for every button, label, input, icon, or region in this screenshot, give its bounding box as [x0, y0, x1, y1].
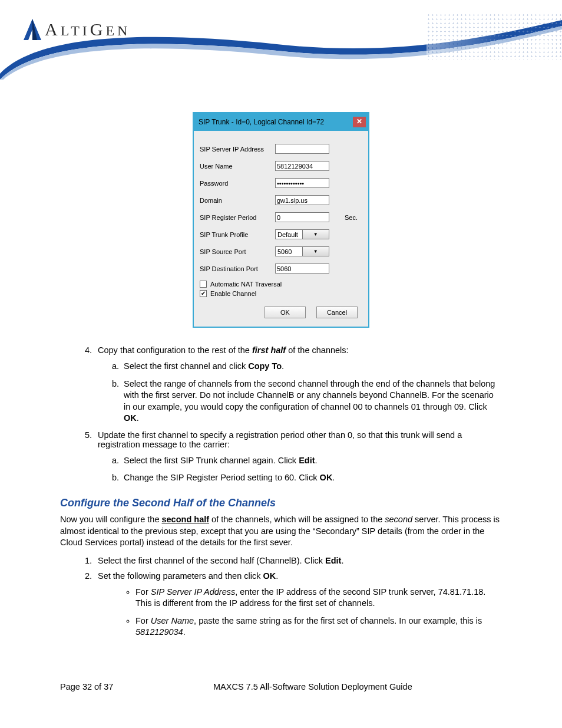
list-item: Select the first channel of the second h…	[94, 556, 502, 565]
input-register-period[interactable]	[275, 212, 329, 222]
text: .	[341, 556, 343, 565]
text: .	[282, 361, 284, 371]
combo-source-port[interactable]: 5060 ▼	[275, 246, 329, 256]
text: .	[332, 473, 335, 482]
page-footer: Page 32 of 37 MAXCS 7.5 All-Software Sol…	[0, 682, 562, 691]
brand-logo: ALTIGEN	[22, 18, 130, 41]
label-register-period-suffix: Sec.	[345, 214, 358, 221]
label-enable-channel: Enable Channel	[210, 290, 256, 297]
text: Select the range of channels from the se…	[124, 379, 495, 411]
text-italic: User Name	[151, 616, 194, 625]
cancel-button[interactable]: Cancel	[316, 307, 358, 318]
list-item: Update the first channel to specify a re…	[94, 430, 502, 484]
label-trunk-profile: SIP Trunk Profile	[200, 231, 275, 238]
dialog-title: SIP Trunk - Id=0, Logical Channel Id=72	[199, 118, 353, 126]
text: Set the following parameters and then cl…	[98, 571, 263, 581]
combo-source-port-value: 5060	[276, 248, 302, 255]
text-italic: 5812129034	[135, 627, 183, 637]
page-content: SIP Trunk - Id=0, Logical Channel Id=72 …	[0, 80, 562, 638]
text-emphasis: first half	[252, 345, 286, 355]
label-password: Password	[200, 180, 275, 187]
text-bold: Edit	[299, 456, 315, 465]
text: Now you will configure the	[60, 515, 161, 524]
brand-mark-icon	[22, 18, 42, 41]
footer-doc-title: MAXCS 7.5 All-Software Solution Deployme…	[213, 682, 502, 691]
input-sip-server-ip[interactable]	[275, 144, 329, 154]
input-user-name[interactable]	[275, 161, 329, 171]
text-bold: Edit	[325, 556, 341, 565]
dialog-titlebar: SIP Trunk - Id=0, Logical Channel Id=72 …	[194, 113, 368, 131]
text-italic: second	[385, 515, 412, 524]
list-item: Copy that configuration to the rest of t…	[94, 345, 502, 424]
checkbox-auto-nat[interactable]	[200, 281, 207, 288]
text: , paste the same string as for the first…	[194, 616, 482, 625]
input-password[interactable]	[275, 178, 329, 188]
input-dest-port[interactable]	[275, 263, 329, 274]
label-sip-server-ip: SIP Server IP Address	[200, 146, 275, 153]
list-item: Select the first SIP Trunk channel again…	[121, 455, 502, 467]
text: Select the first SIP Trunk channel again…	[124, 456, 299, 465]
text: Update the first channel to specify a re…	[98, 430, 462, 449]
text: .	[137, 413, 139, 423]
instruction-list: Copy that configuration to the rest of t…	[60, 345, 502, 484]
label-register-period: SIP Register Period	[200, 214, 275, 221]
text: Select the first channel of the second h…	[98, 556, 325, 565]
header-dot-pattern	[427, 13, 562, 60]
text: .	[315, 456, 318, 465]
text: .	[183, 627, 186, 637]
text: of the channels, which will be assigned …	[209, 515, 385, 524]
ok-button[interactable]: OK	[265, 307, 306, 318]
text-italic: SIP Server IP Address	[151, 587, 235, 597]
footer-page-number: Page 32 of 37	[60, 682, 213, 691]
text: For	[135, 616, 151, 625]
list-item: For User Name, paste the same string as …	[135, 615, 502, 638]
label-auto-nat: Automatic NAT Traversal	[210, 281, 282, 288]
chevron-down-icon: ▼	[302, 230, 329, 239]
list-item: For SIP Server IP Address, enter the IP …	[135, 587, 502, 610]
list-item: Change the SIP Register Period setting t…	[121, 472, 502, 484]
close-icon[interactable]: ✕	[353, 117, 366, 127]
brand-text: ALTIGEN	[45, 19, 130, 39]
combo-trunk-profile[interactable]: Default ▼	[275, 229, 329, 239]
checkbox-enable-channel[interactable]: ✔	[200, 290, 207, 297]
text: For	[135, 587, 151, 597]
list-item: Select the range of channels from the se…	[121, 378, 502, 424]
text-bold: OK	[124, 413, 137, 423]
input-domain[interactable]	[275, 195, 329, 205]
section-heading: Configure the Second Half of the Channel…	[60, 497, 502, 509]
text: of the channels:	[286, 345, 348, 355]
text: Change the SIP Register Period setting t…	[124, 473, 320, 482]
text: Copy that configuration to the rest of t…	[98, 345, 252, 355]
label-user-name: User Name	[200, 163, 275, 170]
text-bold: OK	[263, 571, 276, 581]
text-bold: OK	[320, 473, 333, 482]
label-domain: Domain	[200, 197, 275, 204]
label-source-port: SIP Source Port	[200, 248, 275, 255]
sip-trunk-dialog: SIP Trunk - Id=0, Logical Channel Id=72 …	[193, 112, 369, 328]
section-paragraph: Now you will configure the second half o…	[60, 514, 502, 549]
combo-trunk-profile-value: Default	[276, 231, 302, 238]
text-bold: Copy To	[248, 361, 282, 371]
list-item: Set the following parameters and then cl…	[94, 571, 502, 638]
label-dest-port: SIP Destination Port	[200, 265, 275, 272]
chevron-down-icon: ▼	[302, 247, 329, 256]
text-underline-bold: second half	[161, 515, 209, 524]
text: Select the first channel and click	[124, 361, 248, 371]
text: .	[276, 571, 278, 581]
list-item: Select the first channel and click Copy …	[121, 361, 502, 373]
instruction-list-2: Select the first channel of the second h…	[60, 556, 502, 638]
page-header: ALTIGEN	[0, 0, 562, 80]
